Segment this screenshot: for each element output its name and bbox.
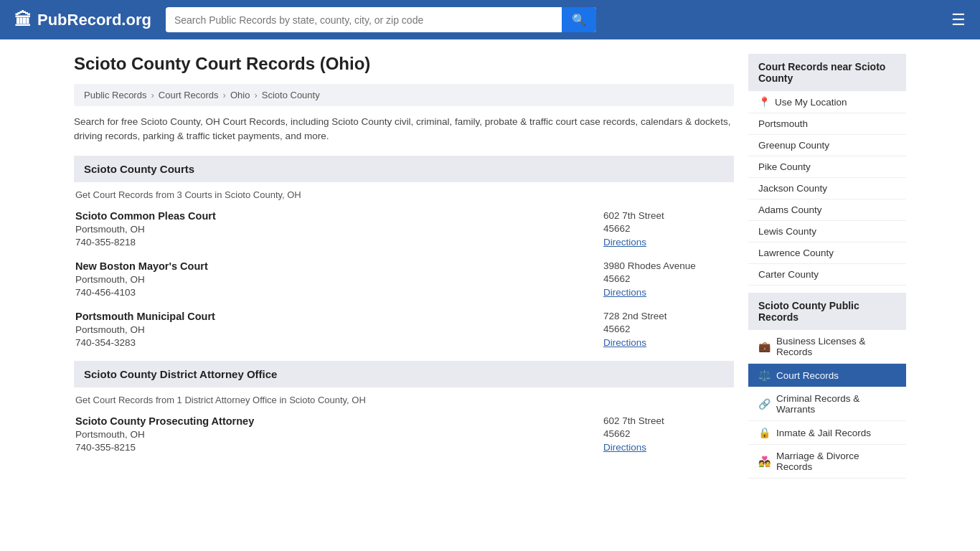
da-zip-1: 45662 — [603, 428, 732, 439]
court-city-1: Portsmouth, OH — [75, 224, 216, 235]
court-phone-2: 740-456-4103 — [75, 287, 208, 298]
court-zip-3: 45662 — [603, 324, 732, 334]
court-entry-2: New Boston Mayor's Court Portsmouth, OH … — [74, 260, 734, 298]
sidebar-nearby-lawrence[interactable]: Lawrence County — [748, 242, 906, 264]
breadcrumb-court-records[interactable]: Court Records — [159, 90, 219, 100]
sidebar-nearby-greenup[interactable]: Greenup County — [748, 135, 906, 156]
sidebar-nearby-carter[interactable]: Carter County — [748, 264, 906, 286]
da-section-subdesc: Get Court Records from 1 District Attorn… — [74, 395, 734, 405]
sidebar-record-business[interactable]: 💼 Business Licenses & Records — [748, 330, 906, 364]
criminal-icon: 🔗 — [758, 398, 771, 410]
logo-link[interactable]: 🏛 PubRecord.org — [14, 10, 151, 30]
court-directions-3[interactable]: Directions — [603, 337, 646, 348]
sidebar-records-title: Scioto County Public Records — [748, 293, 906, 330]
page-container: Scioto County Court Records (Ohio) Publi… — [60, 39, 920, 493]
sidebar-record-marriage[interactable]: 💑 Marriage & Divorce Records — [748, 445, 906, 479]
criminal-records-link[interactable]: Criminal Records & Warrants — [776, 393, 896, 415]
breadcrumb-sep-3: › — [254, 90, 257, 100]
search-bar: 🔍 — [166, 7, 596, 32]
logo-icon: 🏛 — [14, 10, 32, 30]
header: 🏛 PubRecord.org 🔍 ☰ — [0, 0, 980, 39]
use-my-location-link[interactable]: Use My Location — [775, 97, 847, 108]
breadcrumb-sep-1: › — [151, 90, 154, 100]
search-input[interactable] — [166, 9, 562, 32]
da-info-1: Scioto County Prosecuting Attorney Ports… — [75, 415, 254, 453]
court-entry-1: Scioto Common Pleas Court Portsmouth, OH… — [74, 210, 734, 248]
sidebar-use-my-location[interactable]: 📍 Use My Location — [748, 91, 906, 113]
inmate-icon: 🔒 — [758, 427, 771, 438]
location-pin-icon: 📍 — [758, 96, 771, 108]
sidebar-nearby-portsmouth[interactable]: Portsmouth — [748, 113, 906, 135]
court-addr-right-2: 3980 Rhodes Avenue 45662 Directions — [603, 260, 732, 298]
court-name-3: Portsmouth Municipal Court — [75, 311, 215, 322]
court-name-2: New Boston Mayor's Court — [75, 260, 208, 272]
sidebar-records-section: Scioto County Public Records 💼 Business … — [748, 293, 906, 479]
court-directions-2[interactable]: Directions — [603, 287, 646, 298]
sidebar-record-court[interactable]: ⚖️ Court Records — [748, 364, 906, 387]
court-street-2: 3980 Rhodes Avenue — [603, 260, 732, 271]
page-title: Scioto County Court Records (Ohio) — [74, 54, 734, 74]
sidebar-near-title: Court Records near Scioto County — [748, 54, 906, 91]
court-records-link[interactable]: Court Records — [776, 370, 839, 381]
da-entry-1: Scioto County Prosecuting Attorney Ports… — [74, 415, 734, 453]
sidebar-record-inmate[interactable]: 🔒 Inmate & Jail Records — [748, 421, 906, 445]
da-street-1: 602 7th Street — [603, 415, 732, 426]
da-directions-1[interactable]: Directions — [603, 442, 646, 453]
courts-section-subdesc: Get Court Records from 3 Courts in Sciot… — [74, 189, 734, 200]
court-info-2: New Boston Mayor's Court Portsmouth, OH … — [75, 260, 208, 298]
da-phone-1: 740-355-8215 — [75, 442, 254, 453]
court-info-1: Scioto Common Pleas Court Portsmouth, OH… — [75, 210, 216, 248]
menu-button[interactable]: ☰ — [951, 11, 966, 29]
court-info-3: Portsmouth Municipal Court Portsmouth, O… — [75, 311, 215, 348]
court-street-1: 602 7th Street — [603, 210, 732, 221]
da-section-heading: Scioto County District Attorney Office — [74, 361, 734, 387]
logo-text: PubRecord.org — [37, 11, 151, 29]
da-addr-right-1: 602 7th Street 45662 Directions — [603, 415, 732, 453]
search-button[interactable]: 🔍 — [562, 7, 596, 32]
main-content: Scioto County Court Records (Ohio) Publi… — [74, 54, 734, 479]
courts-section-heading: Scioto County Courts — [74, 156, 734, 182]
sidebar-nearby-pike[interactable]: Pike County — [748, 156, 906, 178]
breadcrumb-scioto-county: Scioto County — [262, 90, 320, 100]
court-directions-1[interactable]: Directions — [603, 237, 646, 248]
court-zip-1: 45662 — [603, 223, 732, 234]
da-name-1: Scioto County Prosecuting Attorney — [75, 415, 254, 427]
da-city-1: Portsmouth, OH — [75, 429, 254, 440]
business-records-link[interactable]: Business Licenses & Records — [776, 336, 896, 357]
sidebar-records-list: 💼 Business Licenses & Records ⚖️ Court R… — [748, 330, 906, 479]
court-street-3: 728 2nd Street — [603, 311, 732, 321]
breadcrumb-ohio[interactable]: Ohio — [230, 90, 250, 100]
marriage-icon: 💑 — [758, 456, 771, 467]
court-addr-right-3: 728 2nd Street 45662 Directions — [603, 311, 732, 348]
sidebar-nearby-lewis[interactable]: Lewis County — [748, 221, 906, 242]
court-city-2: Portsmouth, OH — [75, 274, 208, 285]
court-city-3: Portsmouth, OH — [75, 324, 215, 335]
court-name-1: Scioto Common Pleas Court — [75, 210, 216, 222]
court-phone-1: 740-355-8218 — [75, 237, 216, 248]
court-icon: ⚖️ — [758, 369, 771, 381]
inmate-records-link[interactable]: Inmate & Jail Records — [776, 428, 871, 438]
sidebar: Court Records near Scioto County 📍 Use M… — [748, 54, 906, 479]
court-zip-2: 45662 — [603, 273, 732, 284]
page-description: Search for free Scioto County, OH Court … — [74, 115, 734, 144]
breadcrumb-sep-2: › — [223, 90, 226, 100]
sidebar-nearby-adams[interactable]: Adams County — [748, 199, 906, 221]
court-entry-3: Portsmouth Municipal Court Portsmouth, O… — [74, 311, 734, 348]
sidebar-record-criminal[interactable]: 🔗 Criminal Records & Warrants — [748, 387, 906, 421]
marriage-records-link[interactable]: Marriage & Divorce Records — [776, 451, 896, 472]
sidebar-near-list: 📍 Use My Location Portsmouth Greenup Cou… — [748, 91, 906, 286]
court-addr-right-1: 602 7th Street 45662 Directions — [603, 210, 732, 248]
sidebar-nearby-jackson[interactable]: Jackson County — [748, 178, 906, 199]
breadcrumb: Public Records › Court Records › Ohio › … — [74, 84, 734, 106]
breadcrumb-public-records[interactable]: Public Records — [84, 90, 146, 100]
court-phone-3: 740-354-3283 — [75, 337, 215, 348]
business-icon: 💼 — [758, 341, 771, 352]
